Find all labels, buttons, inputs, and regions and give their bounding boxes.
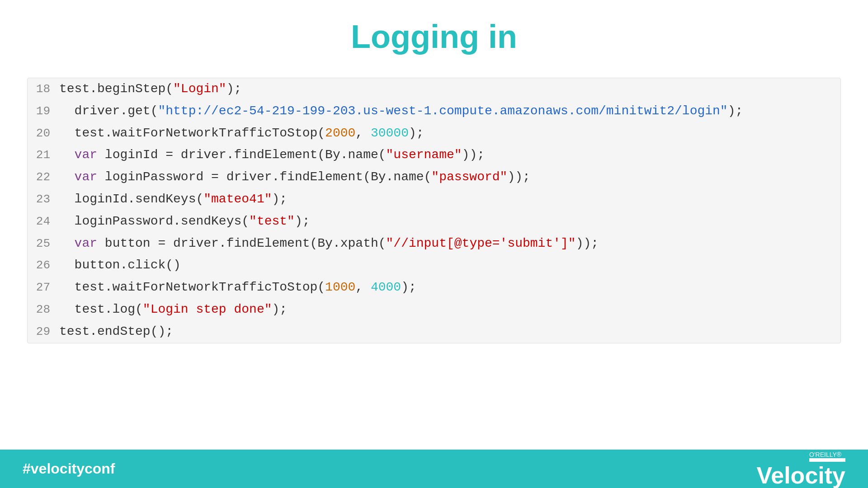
line-number: 23 (28, 190, 59, 209)
line-content: test.endStep(); (59, 322, 182, 342)
line-number: 22 (28, 168, 59, 187)
line-content: loginPassword.sendKeys("test"); (59, 211, 319, 232)
oreilly-bar (809, 458, 845, 462)
code-line: 29test.endStep(); (28, 321, 840, 343)
line-content: loginId.sendKeys("mateo41"); (59, 189, 296, 210)
line-number: 26 (28, 256, 59, 275)
code-line: 24 loginPassword.sendKeys("test"); (28, 211, 840, 233)
line-number: 28 (28, 300, 59, 319)
velocity-label: Velocity (756, 464, 845, 487)
line-content: driver.get("http://ec2-54-219-199-203.us… (59, 101, 752, 122)
code-line: 21 var loginId = driver.findElement(By.n… (28, 144, 840, 166)
code-line: 27 test.waitForNetworkTrafficToStop(1000… (28, 277, 840, 299)
footer-logo: O'REILLY® Velocity (756, 451, 845, 487)
line-content: test.waitForNetworkTrafficToStop(2000, 3… (59, 123, 433, 144)
line-number: 25 (28, 235, 59, 253)
code-line: 20 test.waitForNetworkTrafficToStop(2000… (28, 122, 840, 145)
slide-heading: Logging in (0, 18, 868, 55)
code-line: 19 driver.get("http://ec2-54-219-199-203… (28, 100, 840, 122)
code-line: 23 loginId.sendKeys("mateo41"); (28, 188, 840, 211)
line-number: 20 (28, 124, 59, 143)
oreilly-label: O'REILLY® (809, 451, 845, 463)
code-block: 18test.beginStep("Login");19 driver.get(… (27, 78, 841, 343)
code-line: 22 var loginPassword = driver.findElemen… (28, 166, 840, 188)
slide-title-area: Logging in (0, 0, 868, 69)
line-content: test.log("Login step done"); (59, 300, 296, 320)
line-content: test.waitForNetworkTrafficToStop(1000, 4… (59, 277, 425, 298)
line-content: var loginId = driver.findElement(By.name… (59, 145, 494, 165)
line-content: button.click() (59, 255, 190, 276)
code-line: 28 test.log("Login step done"); (28, 299, 840, 321)
code-line: 26 button.click() (28, 254, 840, 277)
footer: #velocityconf O'REILLY® Velocity (0, 450, 868, 488)
code-line: 25 var button = driver.findElement(By.xp… (28, 233, 840, 255)
code-line: 18test.beginStep("Login"); (28, 78, 840, 100)
line-number: 27 (28, 278, 59, 297)
line-number: 19 (28, 102, 59, 121)
line-content: var loginPassword = driver.findElement(B… (59, 167, 539, 188)
line-number: 24 (28, 212, 59, 231)
slide-container: Logging in 18test.beginStep("Login");19 … (0, 0, 868, 343)
line-number: 21 (28, 146, 59, 165)
line-number: 29 (28, 323, 59, 342)
line-content: var button = driver.findElement(By.xpath… (59, 234, 608, 254)
footer-hashtag: #velocityconf (23, 460, 115, 477)
line-number: 18 (28, 80, 59, 99)
line-content: test.beginStep("Login"); (59, 79, 250, 99)
